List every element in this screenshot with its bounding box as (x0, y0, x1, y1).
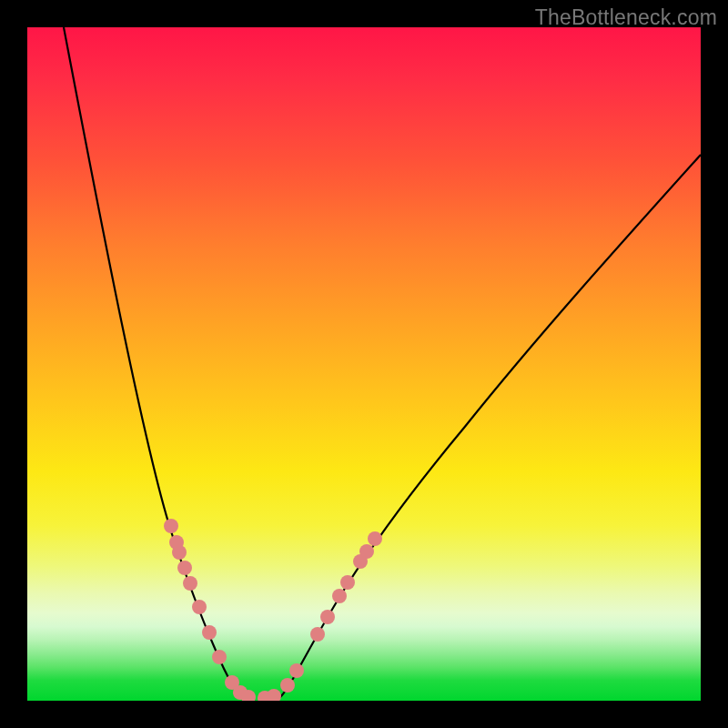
data-point (332, 589, 347, 603)
data-point (289, 663, 304, 678)
data-point (280, 678, 295, 693)
data-point (340, 575, 355, 590)
curve-left-branch (64, 27, 249, 700)
data-point (164, 519, 178, 533)
data-point (192, 600, 207, 614)
chart-svg (27, 27, 701, 701)
data-point (177, 561, 192, 575)
data-point (267, 689, 281, 701)
watermark-text: TheBottleneck.com (535, 5, 717, 30)
data-point (320, 610, 335, 624)
data-point (212, 650, 227, 664)
data-point (310, 627, 325, 642)
data-point (359, 544, 374, 559)
data-points-right-group (258, 531, 382, 701)
data-point (368, 531, 382, 546)
data-points-left-group (164, 519, 256, 701)
data-point (172, 545, 187, 560)
data-point (183, 576, 197, 591)
data-point (202, 625, 217, 640)
chart-plot-area (27, 27, 701, 701)
